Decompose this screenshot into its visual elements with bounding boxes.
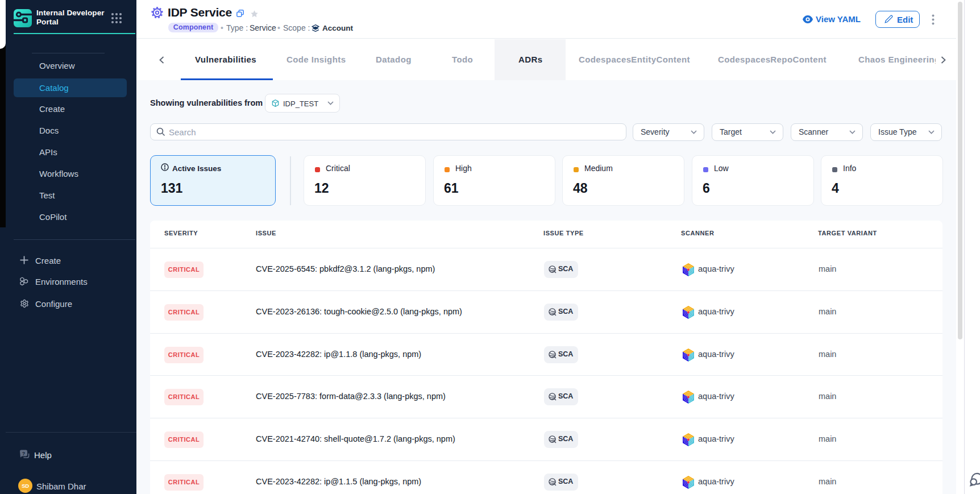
svg-text:?: ? [22, 451, 26, 456]
